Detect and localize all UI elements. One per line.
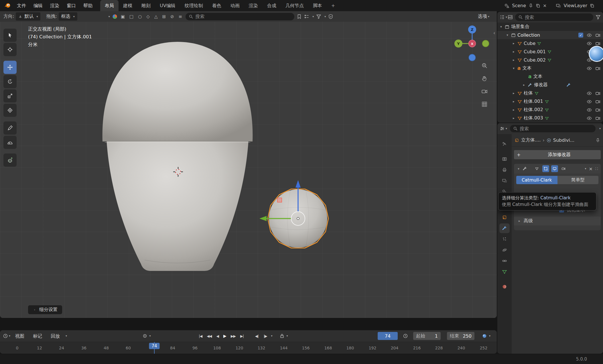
tab-physics[interactable]	[499, 245, 510, 255]
collapse-sidebar-icon[interactable]: ‹	[493, 30, 495, 36]
breadcrumb-object-name[interactable]: 立方体....	[521, 137, 541, 143]
current-frame-field[interactable]: 74	[378, 332, 398, 340]
menu-render[interactable]: 渲染	[46, 0, 63, 11]
camera-visibility-icon[interactable]	[595, 116, 600, 121]
timeline-menu-marker[interactable]: 标记	[29, 330, 46, 342]
workspace-tab-sculpting[interactable]: 雕刻	[137, 0, 155, 11]
jump-to-start-button[interactable]: |◀	[197, 333, 204, 339]
tab-constraints[interactable]	[499, 256, 510, 266]
measure-tool[interactable]	[3, 136, 17, 149]
frame-step-forward-button[interactable]: |▶	[262, 333, 269, 339]
tab-modifiers[interactable]	[499, 223, 510, 233]
drag-mode-select[interactable]: 框选 ▾	[59, 12, 77, 21]
workspace-tab-shading[interactable]: 着色	[208, 0, 226, 11]
camera-visibility-icon[interactable]	[595, 41, 600, 46]
properties-editor-type-button[interactable]: ▾	[500, 126, 507, 131]
camera-visibility-icon[interactable]	[595, 107, 600, 113]
outliner-row-text-object[interactable]: ▾ a 文本	[497, 64, 603, 72]
outliner-row-cube[interactable]: ▸ Cube	[497, 39, 603, 48]
outliner-row-text-data[interactable]: a 文本	[497, 72, 603, 81]
workspace-tab-layout[interactable]: 布局	[100, 0, 119, 11]
outliner-row-cube-001[interactable]: ▸ Cube.001	[497, 48, 603, 56]
timecode-clock-icon[interactable]	[403, 333, 408, 339]
filter-icon-4[interactable]: ◇	[145, 14, 151, 19]
workspace-tab-modeling[interactable]: 建模	[119, 0, 137, 11]
close-scene-icon[interactable]: ×	[543, 3, 547, 8]
outliner-search-field[interactable]	[515, 13, 593, 21]
delete-modifier-button[interactable]: ×	[589, 166, 592, 172]
workspace-tab-animation[interactable]: 动画	[226, 0, 244, 11]
properties-search-field[interactable]	[510, 125, 596, 132]
material-preview-ball-icon[interactable]	[112, 14, 117, 19]
next-keyframe-button[interactable]: ▶▶	[229, 333, 238, 339]
outliner-editor-type-button[interactable]: ▾	[500, 15, 507, 20]
menu-window[interactable]: 窗口	[63, 0, 80, 11]
add-cube-tool[interactable]	[3, 154, 17, 167]
filter-icon-2[interactable]: □	[128, 14, 135, 19]
move-tool[interactable]	[3, 61, 17, 74]
eye-icon[interactable]	[587, 33, 592, 38]
outliner-row-cylinder[interactable]: ▸ 柱体	[497, 89, 603, 97]
camera-visibility-icon[interactable]	[595, 66, 600, 71]
tab-view-layer[interactable]	[499, 176, 510, 186]
scene-name[interactable]: Scene	[512, 3, 526, 8]
tab-material[interactable]	[499, 282, 510, 292]
annotate-tool[interactable]	[3, 121, 17, 135]
tab-object-data[interactable]	[499, 267, 510, 277]
add-modifier-button[interactable]: + 添加修改器	[514, 150, 601, 159]
tab-render[interactable]	[499, 154, 510, 164]
navigation-gizmo[interactable]: Z Y X	[454, 25, 489, 61]
filter-icon-3[interactable]: ○	[137, 14, 143, 19]
zoom-icon[interactable]	[481, 62, 488, 69]
timeline-menu-view[interactable]: 视图	[11, 330, 28, 342]
tool-orientation-select[interactable]: 默认 ▾	[16, 12, 40, 21]
cursor-tool[interactable]	[3, 43, 17, 56]
rotate-tool[interactable]	[3, 75, 17, 88]
show-render-toggle[interactable]	[560, 165, 567, 172]
sync-sphere-button[interactable]	[482, 333, 487, 339]
outliner-row-scene-collection[interactable]: ▾ 场景集合	[497, 23, 603, 31]
menu-edit[interactable]: 编辑	[30, 0, 46, 11]
camera-visibility-icon[interactable]	[595, 91, 600, 96]
filter-icon-8[interactable]: ≡	[178, 14, 184, 19]
transform-tool[interactable]	[3, 104, 17, 117]
outliner-display-mode-icon[interactable]	[508, 15, 513, 20]
pin-scene-icon[interactable]	[529, 3, 533, 8]
filter-icon-5[interactable]: △	[153, 14, 159, 19]
tab-object[interactable]	[499, 213, 510, 222]
outliner-row-cylinder-001[interactable]: ▸ 柱体.001	[497, 97, 603, 106]
auto-keying-button[interactable]	[142, 333, 147, 339]
options-dropdown[interactable]: 选项 ▾	[478, 13, 489, 19]
shield-check-icon[interactable]	[328, 14, 333, 19]
timeline-editor-type-button[interactable]: ▾	[3, 333, 10, 339]
show-in-editmode-toggle[interactable]	[542, 165, 549, 172]
catmull-clark-button[interactable]: Catmull-Clark	[516, 176, 557, 184]
filter-icon-7[interactable]: ⊘	[169, 14, 175, 19]
eye-icon[interactable]	[587, 99, 592, 104]
display-mode-icon[interactable]	[304, 14, 309, 19]
lock-range-button[interactable]	[279, 333, 285, 339]
pan-hand-icon[interactable]	[481, 75, 488, 82]
tab-particles[interactable]	[499, 234, 510, 244]
workspace-tab-rendering[interactable]: 渲染	[244, 0, 263, 11]
filter-icon-6[interactable]: ⊞	[161, 14, 167, 19]
subdivision-settings-panel-button[interactable]: › 细分设置	[28, 305, 62, 314]
tool-search-input[interactable]	[195, 14, 281, 19]
properties-search-input[interactable]	[520, 126, 592, 131]
jump-to-end-button[interactable]: ▶|	[238, 333, 246, 339]
filter-icon-1[interactable]: ▣	[120, 14, 126, 19]
show-realtime-toggle[interactable]	[551, 165, 558, 172]
eye-icon[interactable]	[587, 66, 592, 71]
camera-view-icon[interactable]	[481, 88, 488, 95]
outliner-filter-icon[interactable]	[596, 15, 601, 20]
viewlayer-name[interactable]: ViewLayer	[563, 3, 587, 8]
collection-checkbox[interactable]: ✓	[578, 33, 583, 38]
eye-icon[interactable]	[587, 107, 592, 113]
scale-tool[interactable]	[3, 89, 17, 103]
outliner-row-modifiers[interactable]: ▸ 修改器	[497, 81, 603, 89]
play-reverse-button[interactable]: ◀	[214, 333, 221, 339]
eye-icon[interactable]	[587, 91, 592, 96]
outliner-row-collection[interactable]: ▾ Collection ✓	[497, 31, 603, 39]
eye-icon[interactable]	[587, 116, 592, 121]
grid-ortho-icon[interactable]	[481, 101, 488, 107]
